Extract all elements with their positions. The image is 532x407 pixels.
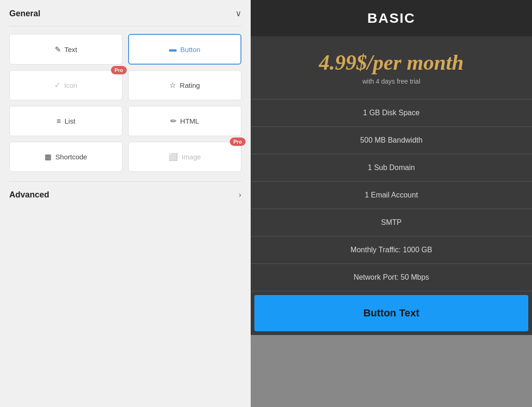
widgets-grid: ✎ Text ▬ Button Pro ✓ Icon ☆ Rating ≡ Li…: [9, 34, 241, 172]
right-panel: BASIC 4.99$/per month with 4 days free t…: [251, 0, 532, 407]
feature-subdomain: 1 Sub Domain: [251, 154, 532, 182]
left-panel: General ∨ ✎ Text ▬ Button Pro ✓ Icon ☆ R…: [0, 0, 251, 407]
general-title: General: [9, 9, 40, 19]
widget-icon[interactable]: Pro ✓ Icon: [9, 70, 123, 100]
html-icon: ✏: [170, 117, 176, 125]
general-chevron-icon: ∨: [235, 8, 241, 19]
list-icon: ≡: [57, 117, 61, 125]
widget-text-label: Text: [65, 46, 78, 53]
advanced-chevron-icon: ›: [239, 190, 241, 200]
widget-rating-label: Rating: [180, 81, 200, 89]
image-icon: ⬜: [169, 152, 178, 161]
widget-html-label: HTML: [180, 117, 199, 125]
pricing-header: BASIC: [251, 0, 532, 36]
widget-text[interactable]: ✎ Text: [9, 34, 123, 65]
widget-html[interactable]: ✏ HTML: [128, 106, 241, 136]
image-pro-badge: Pro: [230, 138, 246, 146]
shortcode-icon: ▦: [45, 152, 52, 161]
pricing-trial: with 4 days free trial: [260, 78, 523, 85]
feature-disk-space: 1 GB Disk Space: [251, 99, 532, 127]
widget-image-label: Image: [182, 153, 201, 161]
advanced-title: Advanced: [9, 190, 49, 200]
plan-title: BASIC: [367, 10, 415, 26]
widget-button-label: Button: [180, 46, 200, 53]
widget-list-label: List: [65, 117, 75, 125]
pricing-card: BASIC 4.99$/per month with 4 days free t…: [251, 0, 532, 335]
widget-rating[interactable]: ☆ Rating: [128, 70, 241, 100]
pricing-amount: 4.99$/per month: [260, 50, 523, 75]
advanced-section-header[interactable]: Advanced ›: [9, 181, 241, 207]
widget-image[interactable]: Pro ⬜ Image: [128, 142, 241, 172]
feature-bandwidth: 500 MB Bandwidth: [251, 127, 532, 154]
pricing-amount-section: 4.99$/per month with 4 days free trial: [251, 36, 532, 99]
rating-icon: ☆: [169, 81, 176, 90]
feature-network: Network Port: 50 Mbps: [251, 264, 532, 291]
widget-icon-label: Icon: [64, 81, 77, 89]
widget-list[interactable]: ≡ List: [9, 106, 123, 136]
widget-shortcode[interactable]: ▦ Shortcode: [9, 142, 123, 172]
feature-traffic: Monthly Traffic: 1000 GB: [251, 236, 532, 264]
widget-button[interactable]: ▬ Button: [128, 34, 241, 65]
feature-email: 1 Email Account: [251, 182, 532, 209]
text-icon: ✎: [55, 45, 61, 54]
icon-pro-badge: Pro: [111, 66, 127, 74]
general-section-header[interactable]: General ∨: [9, 0, 241, 26]
widget-shortcode-label: Shortcode: [55, 153, 87, 161]
button-icon: ▬: [169, 45, 176, 53]
feature-smtp: SMTP: [251, 209, 532, 236]
icon-icon: ✓: [54, 81, 60, 90]
pricing-button[interactable]: Button Text: [254, 295, 528, 331]
